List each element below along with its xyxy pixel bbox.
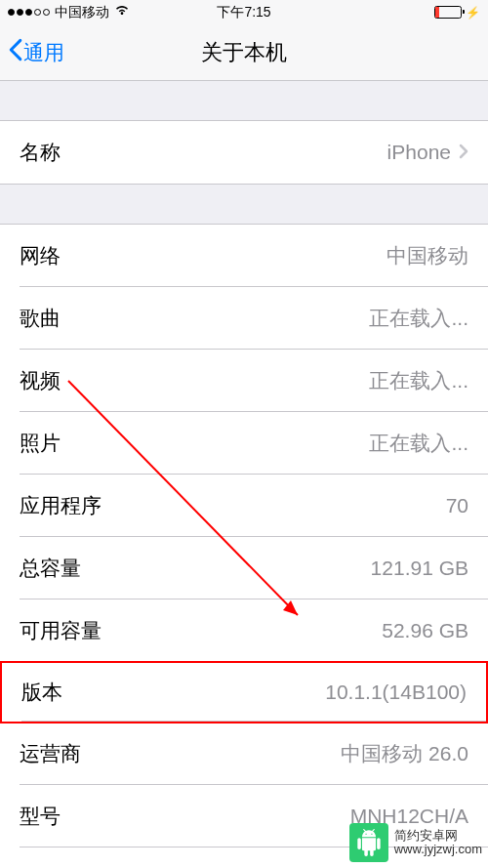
row-label: 名称 bbox=[20, 139, 61, 166]
back-label: 通用 bbox=[23, 39, 64, 66]
row-label: 版本 bbox=[21, 679, 62, 706]
details-section: 网络 中国移动 歌曲 正在载入... 视频 正在载入... 照片 正在载入...… bbox=[0, 224, 488, 868]
row-label: 运营商 bbox=[20, 740, 81, 767]
wifi-icon bbox=[114, 3, 130, 21]
row-label: 视频 bbox=[20, 367, 61, 394]
row-value: 10.1.1(14B100) bbox=[325, 681, 467, 704]
status-time: 下午7:15 bbox=[217, 4, 270, 21]
name-section: 名称 iPhone bbox=[0, 120, 488, 185]
page-title: 关于本机 bbox=[201, 38, 287, 67]
row-value: iPhone bbox=[387, 141, 468, 164]
row-value: 正在载入... bbox=[369, 430, 468, 457]
row-label: 应用程序 bbox=[20, 492, 102, 519]
chevron-right-icon bbox=[459, 141, 468, 164]
charging-icon: ⚡ bbox=[466, 6, 480, 20]
row-value: 正在载入... bbox=[369, 367, 468, 394]
row-label: 可用容量 bbox=[20, 617, 102, 644]
row-value: 正在载入... bbox=[369, 305, 468, 332]
status-right: ⚡ bbox=[434, 6, 480, 20]
row-version: 版本 10.1.1(14B100) bbox=[0, 661, 488, 723]
row-label: 照片 bbox=[20, 430, 61, 457]
row-carrier: 运营商 中国移动 26.0 bbox=[0, 723, 488, 785]
row-label: 网络 bbox=[20, 242, 61, 269]
row-value: 中国移动 bbox=[386, 242, 468, 269]
navigation-bar: 通用 关于本机 bbox=[0, 24, 488, 81]
row-name[interactable]: 名称 iPhone bbox=[0, 121, 488, 184]
row-available-capacity: 可用容量 52.96 GB bbox=[0, 599, 488, 662]
row-value: 52.96 GB bbox=[382, 619, 468, 642]
row-applications: 应用程序 70 bbox=[0, 475, 488, 537]
status-left: 中国移动 bbox=[8, 3, 130, 21]
row-photos: 照片 正在载入... bbox=[0, 412, 488, 475]
row-videos: 视频 正在载入... bbox=[0, 350, 488, 412]
row-total-capacity: 总容量 121.91 GB bbox=[0, 537, 488, 599]
signal-strength-icon bbox=[8, 9, 50, 16]
row-label: 型号 bbox=[20, 803, 61, 830]
row-value: 中国移动 26.0 bbox=[341, 740, 468, 767]
row-value: 70 bbox=[446, 494, 468, 517]
row-label: 总容量 bbox=[20, 555, 81, 582]
watermark-text: 简约安卓网 www.jyjzwj.com bbox=[394, 829, 482, 857]
watermark: 简约安卓网 www.jyjzwj.com bbox=[349, 823, 482, 862]
battery-icon bbox=[434, 6, 462, 19]
android-icon bbox=[349, 823, 388, 862]
row-label: 歌曲 bbox=[20, 305, 61, 332]
status-bar: 中国移动 下午7:15 ⚡ bbox=[0, 0, 488, 24]
carrier-label: 中国移动 bbox=[55, 4, 109, 21]
row-value: 121.91 GB bbox=[371, 557, 468, 580]
chevron-left-icon bbox=[8, 38, 23, 66]
back-button[interactable]: 通用 bbox=[8, 38, 64, 66]
row-songs: 歌曲 正在载入... bbox=[0, 287, 488, 350]
row-network: 网络 中国移动 bbox=[0, 225, 488, 287]
